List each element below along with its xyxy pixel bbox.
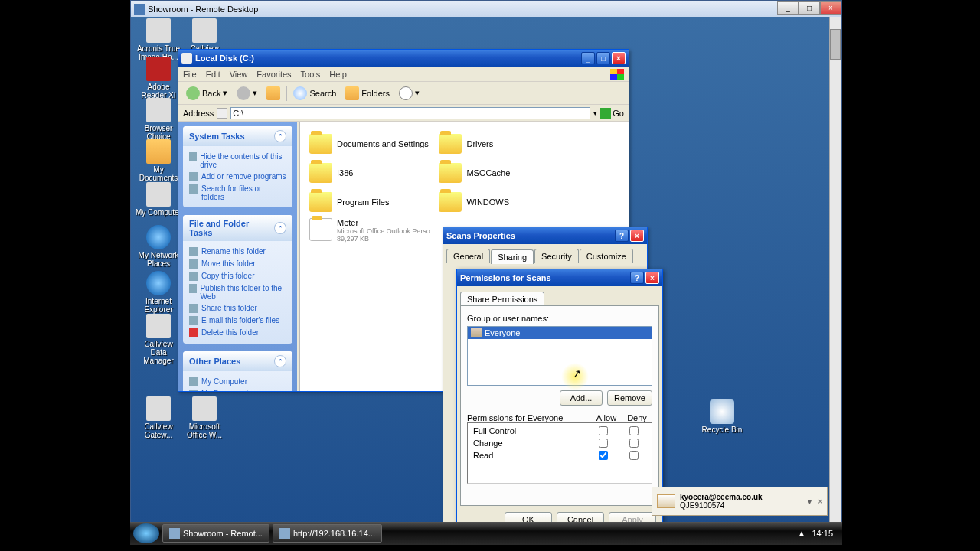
desktop-icon[interactable]: Microsoft Office W...: [181, 396, 227, 439]
allow-header: Allow: [591, 413, 622, 422]
taskbar-item[interactable]: Showroom - Remot...: [162, 524, 270, 543]
task-link[interactable]: Search for files or folders: [189, 183, 286, 203]
address-input[interactable]: [230, 107, 590, 119]
explorer-minimize[interactable]: _: [581, 52, 595, 64]
close-button[interactable]: ×: [820, 1, 841, 15]
folder-icon: [439, 134, 462, 154]
tray-icon[interactable]: ▲: [798, 529, 806, 538]
deny-checkbox[interactable]: [629, 451, 639, 460]
props-title: Scans Properties: [446, 231, 515, 240]
drive-small-icon: [217, 108, 227, 119]
menu-favorites[interactable]: Favorites: [256, 70, 291, 79]
minimize-button[interactable]: _: [777, 1, 799, 15]
perm-row: Change: [470, 438, 649, 450]
system-tray[interactable]: ▲ 14:15: [798, 529, 839, 538]
explorer-close[interactable]: ×: [612, 52, 626, 64]
toolbar: Back ▾ ▾ Search Folders ▾: [178, 82, 629, 105]
folders-button[interactable]: Folders: [342, 85, 393, 102]
task-link[interactable]: My Documents: [189, 388, 286, 391]
menu-edit[interactable]: Edit: [206, 70, 220, 79]
folder-item[interactable]: Documents and Settings: [309, 131, 436, 157]
views-button[interactable]: ▾: [396, 85, 423, 102]
search-button[interactable]: Search: [290, 85, 339, 102]
folder-item[interactable]: Program Files: [309, 189, 436, 215]
start-button[interactable]: [133, 523, 159, 543]
desktop-icon[interactable]: Browser Choice: [136, 98, 181, 141]
up-button[interactable]: [263, 85, 283, 102]
task-link[interactable]: Publish this folder to the Web: [189, 282, 286, 302]
scrollbar-thumb[interactable]: [830, 29, 841, 60]
system-tasks-header[interactable]: System Tasks⌃: [183, 126, 292, 146]
menu-tools[interactable]: Tools: [301, 70, 321, 79]
recycle-bin[interactable]: Recycle Bin: [699, 399, 745, 434]
mail-toast[interactable]: kyocera@ceema.co.uk QJE9100574 ▾×: [652, 487, 828, 516]
vista-titlebar[interactable]: Showroom - Remote Desktop _ □ ×: [131, 1, 841, 18]
help-button[interactable]: ?: [630, 272, 644, 284]
desktop-icon[interactable]: Adobe Reader XI: [136, 57, 181, 99]
props-close[interactable]: ×: [630, 230, 644, 242]
desktop-icon[interactable]: Internet Explorer: [136, 271, 181, 314]
tab-customize[interactable]: Customize: [580, 249, 633, 263]
menu-view[interactable]: View: [230, 70, 248, 79]
task-link[interactable]: Hide the contents of this drive: [189, 151, 286, 171]
allow-checkbox[interactable]: [599, 426, 608, 435]
tab-general[interactable]: General: [446, 249, 490, 263]
toast-close[interactable]: ×: [818, 497, 822, 506]
help-button[interactable]: ?: [615, 230, 629, 242]
back-button[interactable]: Back ▾: [183, 85, 230, 102]
folder-icon: [309, 134, 332, 154]
task-link[interactable]: Add or remove programs: [189, 171, 286, 183]
desktop-icon[interactable]: Acronis True Image Ho...: [136, 18, 181, 61]
group-icon: [471, 328, 482, 337]
deny-checkbox[interactable]: [629, 439, 639, 448]
desktop-icon[interactable]: My Documents: [136, 139, 181, 182]
rdp-icon: [134, 4, 145, 15]
add-button[interactable]: Add...: [560, 390, 603, 406]
ff-tasks-header[interactable]: File and Folder Tasks⌃: [183, 215, 292, 241]
explorer-titlebar[interactable]: Local Disk (C:) _ □ ×: [178, 50, 629, 67]
folder-item[interactable]: I386: [309, 160, 436, 186]
folder-item[interactable]: WINDOWS: [439, 189, 565, 215]
task-link[interactable]: Move this folder: [189, 258, 286, 270]
task-link[interactable]: E-mail this folder's files: [189, 315, 286, 327]
perms-titlebar[interactable]: Permissions for Scans ? ×: [457, 269, 662, 286]
props-titlebar[interactable]: Scans Properties ? ×: [443, 227, 647, 244]
desktop-icon[interactable]: My Computer: [136, 182, 181, 217]
folder-item[interactable]: Drivers: [439, 131, 565, 157]
task-link[interactable]: Copy this folder: [189, 270, 286, 282]
users-listbox[interactable]: Everyone: [467, 326, 652, 386]
task-link[interactable]: Delete this folder: [189, 327, 286, 339]
desktop-icon[interactable]: My Network Places: [136, 225, 181, 268]
toast-dropdown[interactable]: ▾: [808, 497, 812, 506]
tab-sharing[interactable]: Sharing: [491, 249, 534, 264]
tab-security[interactable]: Security: [534, 249, 579, 263]
remove-button[interactable]: Remove: [607, 390, 652, 406]
allow-checkbox[interactable]: [599, 439, 608, 448]
perms-close[interactable]: ×: [645, 272, 659, 284]
other-header[interactable]: Other Places⌃: [183, 351, 292, 371]
user-row[interactable]: Everyone: [468, 327, 652, 339]
allow-checkbox[interactable]: [599, 451, 608, 460]
menu-help[interactable]: Help: [329, 70, 347, 79]
file-item[interactable]: Meter Microsoft Office Outlook Perso... …: [309, 218, 462, 247]
permissions-list: Full Control Change Read: [467, 422, 652, 484]
menu-file[interactable]: File: [183, 70, 197, 79]
back-icon: [186, 86, 200, 100]
folder-icon: [439, 192, 462, 212]
taskbar-item[interactable]: http://192.168.16.14...: [273, 524, 382, 543]
desktop-icon[interactable]: Callview Data Manager: [136, 314, 181, 365]
vista-taskbar: Showroom - Remot... http://192.168.16.14…: [130, 522, 842, 545]
task-link[interactable]: My Computer: [189, 376, 286, 388]
go-button[interactable]: Go: [600, 108, 624, 119]
task-link[interactable]: Share this folder: [189, 302, 286, 315]
forward-button[interactable]: ▾: [234, 85, 260, 102]
tab-share-permissions[interactable]: Share Permissions: [460, 292, 544, 306]
task-link[interactable]: Rename this folder: [189, 246, 286, 258]
explorer-maximize[interactable]: □: [596, 52, 610, 64]
maximize-button[interactable]: □: [799, 1, 820, 15]
remote-scrollbar[interactable]: [829, 17, 841, 528]
desktop-icon[interactable]: Callview Gatew...: [136, 396, 181, 439]
xp-desktop[interactable]: Acronis True Image Ho... Callview Wizard…: [131, 17, 841, 528]
folder-item[interactable]: MSOCache: [439, 160, 565, 186]
deny-checkbox[interactable]: [629, 426, 639, 435]
